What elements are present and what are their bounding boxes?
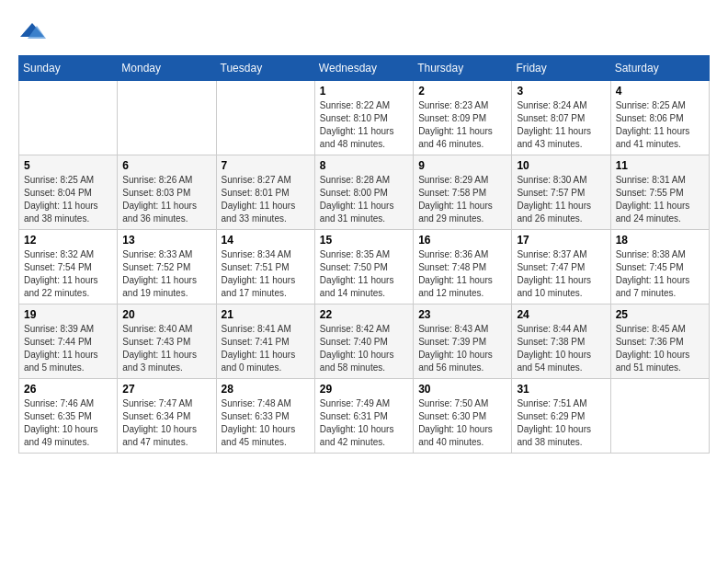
day-number: 23 (418, 308, 506, 321)
day-info: Sunrise: 8:40 AMSunset: 7:43 PMDaylight:… (122, 323, 210, 374)
calendar-day-cell: 12Sunrise: 8:32 AMSunset: 7:54 PMDayligh… (19, 230, 118, 304)
day-number: 27 (122, 383, 210, 396)
day-info: Sunrise: 8:26 AMSunset: 8:03 PMDaylight:… (122, 174, 210, 225)
day-number: 10 (517, 159, 605, 172)
day-info: Sunrise: 8:45 AMSunset: 7:36 PMDaylight:… (616, 323, 704, 374)
day-info: Sunrise: 7:49 AMSunset: 6:31 PMDaylight:… (320, 397, 408, 449)
day-number: 15 (320, 234, 408, 247)
calendar-day-cell: 26Sunrise: 7:46 AMSunset: 6:35 PMDayligh… (19, 379, 118, 454)
day-number: 25 (616, 308, 704, 321)
calendar-day-cell: 2Sunrise: 8:23 AMSunset: 8:09 PMDaylight… (414, 81, 512, 155)
day-info: Sunrise: 8:25 AMSunset: 8:04 PMDaylight:… (24, 174, 112, 225)
day-info: Sunrise: 8:27 AMSunset: 8:01 PMDaylight:… (222, 174, 310, 225)
day-of-week-header: Monday (118, 56, 216, 81)
day-of-week-header: Tuesday (216, 56, 314, 81)
calendar-week-row: 5Sunrise: 8:25 AMSunset: 8:04 PMDaylight… (19, 155, 710, 230)
day-info: Sunrise: 8:42 AMSunset: 7:40 PMDaylight:… (320, 323, 408, 374)
day-info: Sunrise: 7:46 AMSunset: 6:35 PMDaylight:… (24, 397, 112, 449)
day-number: 18 (616, 234, 704, 247)
calendar-day-cell: 16Sunrise: 8:36 AMSunset: 7:48 PMDayligh… (414, 230, 512, 304)
day-number: 4 (616, 85, 704, 98)
day-info: Sunrise: 8:31 AMSunset: 7:55 PMDaylight:… (616, 174, 704, 225)
calendar-week-row: 12Sunrise: 8:32 AMSunset: 7:54 PMDayligh… (19, 230, 710, 304)
calendar-day-cell: 29Sunrise: 7:49 AMSunset: 6:31 PMDayligh… (314, 379, 413, 454)
day-info: Sunrise: 8:22 AMSunset: 8:10 PMDaylight:… (320, 99, 408, 151)
day-number: 7 (222, 159, 310, 172)
day-info: Sunrise: 8:39 AMSunset: 7:44 PMDaylight:… (24, 323, 112, 374)
calendar-day-cell (118, 81, 216, 155)
calendar-day-cell: 7Sunrise: 8:27 AMSunset: 8:01 PMDaylight… (216, 155, 314, 230)
day-number: 19 (24, 308, 112, 321)
calendar-day-cell: 15Sunrise: 8:35 AMSunset: 7:50 PMDayligh… (314, 230, 413, 304)
day-info: Sunrise: 8:33 AMSunset: 7:52 PMDaylight:… (122, 248, 210, 300)
calendar-day-cell: 10Sunrise: 8:30 AMSunset: 7:57 PMDayligh… (512, 155, 610, 230)
calendar-day-cell: 24Sunrise: 8:44 AMSunset: 7:38 PMDayligh… (512, 304, 610, 379)
day-number: 16 (418, 234, 506, 247)
calendar-day-cell: 5Sunrise: 8:25 AMSunset: 8:04 PMDaylight… (19, 155, 118, 230)
day-info: Sunrise: 8:23 AMSunset: 8:09 PMDaylight:… (418, 99, 506, 151)
day-info: Sunrise: 8:25 AMSunset: 8:06 PMDaylight:… (616, 99, 704, 151)
day-number: 12 (24, 234, 112, 247)
day-number: 11 (616, 159, 704, 172)
day-number: 28 (222, 383, 310, 396)
day-info: Sunrise: 7:50 AMSunset: 6:30 PMDaylight:… (418, 397, 506, 449)
day-info: Sunrise: 8:32 AMSunset: 7:54 PMDaylight:… (24, 248, 112, 300)
day-number: 2 (418, 85, 506, 98)
calendar-day-cell: 4Sunrise: 8:25 AMSunset: 8:06 PMDaylight… (610, 81, 709, 155)
day-number: 13 (122, 234, 210, 247)
day-info: Sunrise: 8:29 AMSunset: 7:58 PMDaylight:… (418, 174, 506, 225)
page-header (18, 18, 710, 46)
calendar-day-cell: 22Sunrise: 8:42 AMSunset: 7:40 PMDayligh… (314, 304, 413, 379)
day-number: 29 (320, 383, 408, 396)
calendar-day-cell: 17Sunrise: 8:37 AMSunset: 7:47 PMDayligh… (512, 230, 610, 304)
day-number: 9 (418, 159, 506, 172)
day-of-week-header: Friday (512, 56, 610, 81)
day-info: Sunrise: 8:30 AMSunset: 7:57 PMDaylight:… (517, 174, 605, 225)
day-of-week-header: Sunday (19, 56, 118, 81)
calendar-day-cell: 9Sunrise: 8:29 AMSunset: 7:58 PMDaylight… (414, 155, 512, 230)
day-info: Sunrise: 7:47 AMSunset: 6:34 PMDaylight:… (122, 397, 210, 449)
logo (18, 18, 50, 46)
calendar-day-cell: 21Sunrise: 8:41 AMSunset: 7:41 PMDayligh… (216, 304, 314, 379)
day-info: Sunrise: 8:37 AMSunset: 7:47 PMDaylight:… (517, 248, 605, 300)
calendar-day-cell: 11Sunrise: 8:31 AMSunset: 7:55 PMDayligh… (610, 155, 709, 230)
day-info: Sunrise: 8:36 AMSunset: 7:48 PMDaylight:… (418, 248, 506, 300)
day-info: Sunrise: 8:35 AMSunset: 7:50 PMDaylight:… (320, 248, 408, 300)
calendar-day-cell: 14Sunrise: 8:34 AMSunset: 7:51 PMDayligh… (216, 230, 314, 304)
calendar-day-cell: 1Sunrise: 8:22 AMSunset: 8:10 PMDaylight… (314, 81, 413, 155)
calendar-day-cell: 13Sunrise: 8:33 AMSunset: 7:52 PMDayligh… (118, 230, 216, 304)
day-info: Sunrise: 8:44 AMSunset: 7:38 PMDaylight:… (517, 323, 605, 374)
day-number: 22 (320, 308, 408, 321)
day-number: 3 (517, 85, 605, 98)
calendar-day-cell: 25Sunrise: 8:45 AMSunset: 7:36 PMDayligh… (610, 304, 709, 379)
calendar-week-row: 19Sunrise: 8:39 AMSunset: 7:44 PMDayligh… (19, 304, 710, 379)
calendar-day-cell: 18Sunrise: 8:38 AMSunset: 7:45 PMDayligh… (610, 230, 709, 304)
day-number: 21 (222, 308, 310, 321)
day-number: 5 (24, 159, 112, 172)
day-info: Sunrise: 8:41 AMSunset: 7:41 PMDaylight:… (222, 323, 310, 374)
calendar-day-cell (610, 379, 709, 454)
calendar-week-row: 26Sunrise: 7:46 AMSunset: 6:35 PMDayligh… (19, 379, 710, 454)
calendar-table: SundayMondayTuesdayWednesdayThursdayFrid… (18, 55, 710, 454)
day-number: 17 (517, 234, 605, 247)
day-number: 14 (222, 234, 310, 247)
calendar-day-cell: 3Sunrise: 8:24 AMSunset: 8:07 PMDaylight… (512, 81, 610, 155)
calendar-day-cell: 6Sunrise: 8:26 AMSunset: 8:03 PMDaylight… (118, 155, 216, 230)
day-number: 1 (320, 85, 408, 98)
day-number: 20 (122, 308, 210, 321)
day-of-week-header: Wednesday (314, 56, 413, 81)
day-number: 26 (24, 383, 112, 396)
day-number: 8 (320, 159, 408, 172)
day-number: 31 (517, 383, 605, 396)
calendar-day-cell: 30Sunrise: 7:50 AMSunset: 6:30 PMDayligh… (414, 379, 512, 454)
day-number: 24 (517, 308, 605, 321)
day-of-week-header: Thursday (414, 56, 512, 81)
day-number: 6 (122, 159, 210, 172)
calendar-day-cell: 8Sunrise: 8:28 AMSunset: 8:00 PMDaylight… (314, 155, 413, 230)
calendar-week-row: 1Sunrise: 8:22 AMSunset: 8:10 PMDaylight… (19, 81, 710, 155)
logo-icon (18, 18, 46, 46)
day-info: Sunrise: 8:24 AMSunset: 8:07 PMDaylight:… (517, 99, 605, 151)
day-number: 30 (418, 383, 506, 396)
day-of-week-header: Saturday (610, 56, 709, 81)
calendar-day-cell (19, 81, 118, 155)
